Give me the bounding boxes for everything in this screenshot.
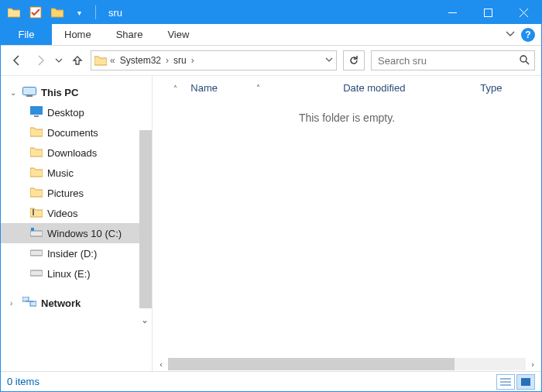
tree-music[interactable]: Music	[1, 163, 152, 183]
desktop-icon	[30, 106, 43, 119]
tree-label: Linux (E:)	[47, 268, 91, 280]
svg-point-5	[520, 56, 527, 62]
title-bar: ▾ sru	[1, 1, 541, 24]
this-pc-icon	[22, 87, 36, 98]
nav-expand-icon[interactable]: ⌄	[141, 315, 149, 325]
expand-icon[interactable]: ›	[10, 299, 18, 308]
maximize-button[interactable]	[470, 1, 506, 24]
tree-label: Desktop	[47, 107, 84, 119]
tree-label: This PC	[41, 87, 78, 98]
recent-locations-icon[interactable]	[53, 50, 64, 70]
view-toggles	[496, 374, 535, 390]
refresh-button[interactable]	[343, 50, 365, 70]
tree-this-pc[interactable]: ⌄ This PC	[1, 82, 152, 102]
tree-downloads[interactable]: Downloads	[1, 143, 152, 163]
close-button[interactable]	[506, 1, 541, 24]
tab-view[interactable]: View	[155, 24, 201, 45]
svg-line-6	[526, 61, 529, 64]
content-pane: ˄ Name ˄ Date modified Type This folder …	[153, 76, 541, 371]
qat-dropdown-icon[interactable]: ▾	[70, 4, 87, 21]
forward-button[interactable]	[30, 50, 50, 70]
navigation-toolbar: « System32 › sru ›	[1, 46, 541, 75]
breadcrumb-root-sep[interactable]: «	[110, 55, 115, 66]
column-type[interactable]: Type	[480, 82, 541, 94]
search-input[interactable]	[376, 54, 519, 67]
ribbon-tabs: File Home Share View ?	[1, 24, 541, 46]
up-button[interactable]	[67, 50, 87, 70]
new-folder-icon[interactable]	[49, 4, 66, 21]
tree-label: Pictures	[47, 187, 84, 199]
minimize-button[interactable]	[434, 1, 470, 24]
network-icon	[22, 297, 36, 310]
chevron-right-icon[interactable]: ›	[191, 55, 194, 66]
details-view-button[interactable]	[496, 374, 515, 390]
scroll-track[interactable]	[168, 358, 526, 370]
tab-home[interactable]: Home	[52, 24, 104, 45]
breadcrumb-sru[interactable]: sru	[172, 55, 188, 66]
column-name[interactable]: Name	[190, 82, 218, 94]
folder-icon	[94, 55, 107, 66]
tree-label: Music	[47, 167, 74, 179]
properties-icon[interactable]	[27, 4, 44, 21]
svg-rect-15	[30, 270, 43, 276]
separator	[95, 5, 96, 19]
large-icons-view-button[interactable]	[516, 374, 535, 390]
help-icon[interactable]: ?	[521, 28, 535, 42]
svg-rect-16	[22, 297, 29, 301]
sort-caret-icon[interactable]: ˄	[256, 84, 260, 92]
scroll-left-button[interactable]: ‹	[154, 358, 168, 370]
window-controls	[434, 1, 541, 24]
svg-rect-10	[34, 115, 39, 117]
tree-label: Insider (D:)	[47, 248, 97, 260]
tree-drive-c[interactable]: Windows 10 (C:)	[1, 223, 152, 243]
tab-share[interactable]: Share	[104, 24, 156, 45]
status-bar: 0 items	[1, 371, 541, 391]
scroll-thumb[interactable]	[168, 358, 455, 370]
ribbon-expand-icon[interactable]	[506, 29, 515, 40]
column-date[interactable]: Date modified	[343, 82, 480, 94]
expand-icon[interactable]: ⌄	[10, 88, 18, 97]
svg-rect-9	[30, 106, 43, 115]
drive-icon	[30, 268, 43, 279]
svg-rect-14	[30, 250, 43, 256]
tree-pictures[interactable]: Pictures	[1, 183, 152, 203]
tree-desktop[interactable]: Desktop	[1, 102, 152, 122]
column-headers: ˄ Name ˄ Date modified Type	[153, 76, 541, 99]
address-dropdown-icon[interactable]	[325, 55, 333, 66]
drive-icon	[30, 228, 43, 239]
tree-drive-d[interactable]: Insider (D:)	[1, 243, 152, 263]
empty-folder-message: This folder is empty.	[153, 99, 541, 124]
tree-label: Windows 10 (C:)	[47, 228, 122, 239]
tree-documents[interactable]: Documents	[1, 122, 152, 143]
address-bar[interactable]: « System32 › sru ›	[91, 50, 337, 70]
search-box[interactable]	[371, 50, 535, 70]
search-icon[interactable]	[519, 54, 530, 67]
tree-label: Videos	[47, 208, 78, 219]
folder-icon	[30, 187, 43, 200]
svg-rect-12	[30, 231, 43, 236]
tree-drive-e[interactable]: Linux (E:)	[1, 263, 152, 284]
window-title: sru	[108, 7, 122, 19]
tree-network[interactable]: › Network	[1, 293, 152, 313]
tab-file[interactable]: File	[1, 24, 52, 45]
back-button[interactable]	[7, 50, 27, 70]
breadcrumb-system32[interactable]: System32	[118, 55, 163, 66]
chevron-right-icon[interactable]: ›	[166, 55, 169, 66]
quick-access-toolbar: ▾ sru	[1, 4, 122, 21]
scroll-right-button[interactable]: ›	[526, 358, 540, 370]
svg-rect-11	[33, 209, 34, 215]
horizontal-scrollbar: ‹ ›	[153, 357, 541, 371]
tree-label: Network	[41, 297, 81, 309]
folder-icon	[5, 4, 22, 21]
drive-icon	[30, 248, 43, 259]
folder-icon	[30, 146, 43, 160]
nav-scrollbar-thumb[interactable]	[139, 130, 152, 308]
svg-rect-13	[31, 228, 34, 231]
body: ⌄ This PC Desktop Documents Downloads	[1, 75, 541, 371]
tree-videos[interactable]: Videos	[1, 203, 152, 223]
tree-label: Downloads	[47, 147, 97, 159]
svg-rect-22	[521, 378, 530, 386]
svg-rect-2	[484, 9, 492, 16]
sort-caret-icon[interactable]: ˄	[173, 84, 177, 93]
svg-rect-7	[23, 88, 36, 95]
